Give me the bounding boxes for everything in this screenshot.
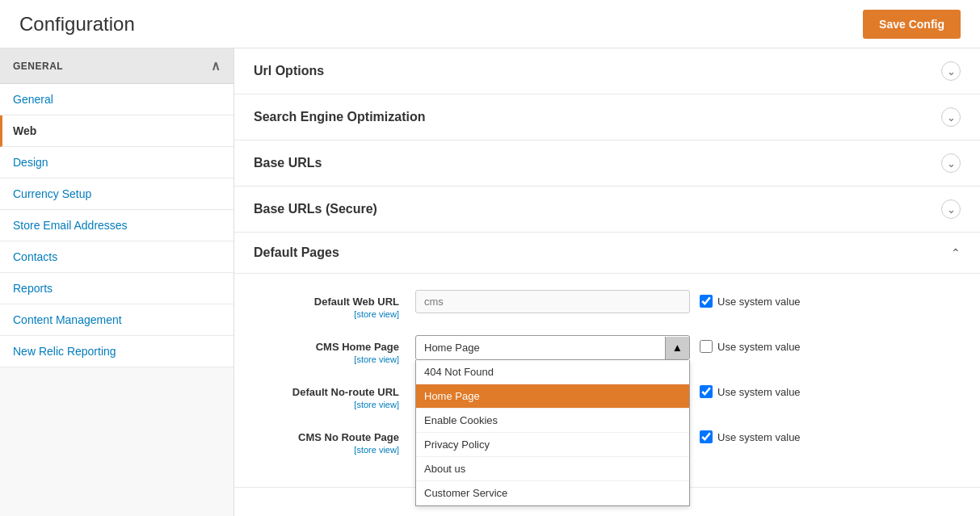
cms-home-page-system-label: Use system value xyxy=(717,341,801,353)
dropdown-item-enable-cookies[interactable]: Enable Cookies xyxy=(416,409,689,433)
form-row-cms-home-page: CMS Home Page [store view] Home Page ▲ 4… xyxy=(254,335,961,364)
default-pages-content: Default Web URL [store view] Use system … xyxy=(234,274,980,487)
cms-no-route-checkbox[interactable] xyxy=(700,430,713,443)
default-web-url-system-label: Use system value xyxy=(717,296,801,308)
main-content: Url Options ⌄ Search Engine Optimization… xyxy=(234,48,980,516)
cms-home-page-select-wrapper: Home Page ▲ 404 Not Found Home Page Enab… xyxy=(415,335,690,360)
cms-home-page-sublabel: [store view] xyxy=(254,354,399,364)
sidebar-item-store-email[interactable]: Store Email Addresses xyxy=(0,210,233,241)
sidebar-item-design[interactable]: Design xyxy=(0,147,233,178)
section-base-urls[interactable]: Base URLs ⌄ xyxy=(234,141,980,187)
section-base-urls-secure-toggle[interactable]: ⌄ xyxy=(941,199,961,219)
sidebar: GENERAL ∧ GeneralWebDesignCurrency Setup… xyxy=(0,48,234,516)
section-default-pages-title: Default Pages xyxy=(254,245,339,260)
section-seo[interactable]: Search Engine Optimization ⌄ xyxy=(234,94,980,141)
sidebar-section-general[interactable]: GENERAL ∧ xyxy=(0,48,233,84)
sidebar-item-reports[interactable]: Reports xyxy=(0,273,233,304)
default-no-route-checkbox[interactable] xyxy=(700,385,713,398)
sidebar-item-web[interactable]: Web xyxy=(0,115,233,147)
cms-home-page-select[interactable]: Home Page ▲ xyxy=(415,335,690,360)
section-base-urls-title: Base URLs xyxy=(254,156,322,170)
sidebar-section-label: GENERAL xyxy=(13,61,63,72)
section-seo-toggle[interactable]: ⌄ xyxy=(941,107,961,127)
cms-no-route-system-label: Use system value xyxy=(717,431,801,443)
sidebar-item-new-relic[interactable]: New Relic Reporting xyxy=(0,336,233,367)
default-web-url-checkbox[interactable] xyxy=(700,295,713,308)
section-default-pages-header[interactable]: Default Pages ⌃ xyxy=(234,233,980,274)
cms-home-page-dropdown: 404 Not Found Home Page Enable Cookies P… xyxy=(415,360,690,506)
dropdown-item-404[interactable]: 404 Not Found xyxy=(416,360,689,384)
cms-no-route-system-value: Use system value xyxy=(700,426,801,443)
page-header: Configuration Save Config xyxy=(0,0,980,48)
sidebar-item-currency-setup[interactable]: Currency Setup xyxy=(0,178,233,210)
default-no-route-sublabel: [store view] xyxy=(254,400,399,409)
default-web-url-label: Default Web URL xyxy=(314,296,399,308)
cms-home-page-checkbox[interactable] xyxy=(700,340,713,353)
cms-home-page-arrow[interactable]: ▲ xyxy=(665,337,689,359)
sidebar-item-general[interactable]: General xyxy=(0,84,233,115)
default-web-url-system-value: Use system value xyxy=(700,290,801,308)
default-no-route-system-value: Use system value xyxy=(700,380,801,398)
page-title: Configuration xyxy=(19,13,135,36)
default-no-route-system-label: Use system value xyxy=(717,386,801,398)
cms-home-page-selected-value: Home Page xyxy=(424,342,480,354)
section-base-urls-toggle[interactable]: ⌄ xyxy=(941,153,961,173)
cms-home-page-system-value: Use system value xyxy=(700,335,801,353)
cms-home-page-label: CMS Home Page xyxy=(316,341,399,353)
default-no-route-label: Default No-route URL xyxy=(292,386,399,398)
section-base-urls-secure-title: Base URLs (Secure) xyxy=(254,202,377,216)
default-web-url-input[interactable] xyxy=(415,290,690,313)
sidebar-section-chevron-up: ∧ xyxy=(211,58,221,73)
cms-no-route-sublabel: [store view] xyxy=(254,445,399,455)
dropdown-item-home-page[interactable]: Home Page xyxy=(416,384,689,409)
main-layout: GENERAL ∧ GeneralWebDesignCurrency Setup… xyxy=(0,48,980,516)
section-seo-title: Search Engine Optimization xyxy=(254,110,425,124)
dropdown-item-privacy-policy[interactable]: Privacy Policy xyxy=(416,433,689,457)
section-url-options-toggle[interactable]: ⌄ xyxy=(941,61,961,81)
section-url-options[interactable]: Url Options ⌄ xyxy=(234,48,980,94)
save-config-button[interactable]: Save Config xyxy=(863,10,961,39)
section-base-urls-secure[interactable]: Base URLs (Secure) ⌄ xyxy=(234,187,980,233)
sidebar-item-contacts[interactable]: Contacts xyxy=(0,241,233,273)
dropdown-item-about-us[interactable]: About us xyxy=(416,457,689,481)
sidebar-item-content-management[interactable]: Content Management xyxy=(0,304,233,336)
default-web-url-sublabel: [store view] xyxy=(254,309,399,319)
section-default-pages: Default Pages ⌃ Default Web URL [store v… xyxy=(234,233,980,488)
dropdown-item-customer-service[interactable]: Customer Service xyxy=(416,481,689,506)
form-row-default-web-url: Default Web URL [store view] Use system … xyxy=(254,290,961,319)
section-default-pages-toggle[interactable]: ⌃ xyxy=(951,246,961,259)
section-url-options-title: Url Options xyxy=(254,64,324,78)
cms-no-route-label: CMS No Route Page xyxy=(298,431,399,443)
